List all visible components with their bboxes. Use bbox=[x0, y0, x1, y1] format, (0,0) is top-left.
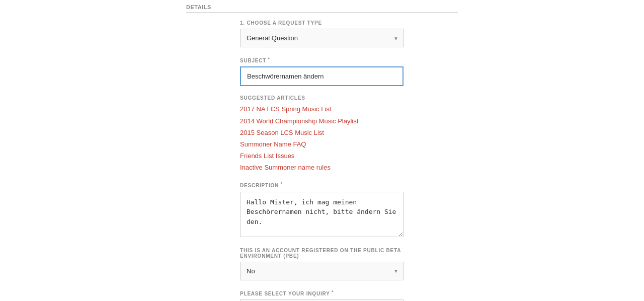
form-container: 1. CHOOSE A REQUEST TYPE General Questio… bbox=[240, 20, 404, 301]
inquiry-section: PLEASE SELECT YOUR INQUIRY * Other Name … bbox=[240, 289, 404, 301]
subject-label: SUBJECT * bbox=[240, 56, 404, 63]
pbe-select[interactable]: No Yes bbox=[240, 262, 404, 280]
description-textarea[interactable]: Hallo Mister, ich mag meinen Beschörerna… bbox=[240, 192, 404, 237]
details-tab[interactable]: DETAILS bbox=[186, 4, 211, 10]
divider-line bbox=[186, 12, 458, 13]
description-section: DESCRIPTION * Hallo Mister, ich mag mein… bbox=[240, 181, 404, 238]
article-link-2[interactable]: 2014 World Championship Music Playlist bbox=[240, 117, 404, 126]
pbe-label: THIS IS AN ACCOUNT REGISTERED ON THE PUB… bbox=[240, 248, 404, 259]
subject-section: SUBJECT * bbox=[240, 56, 404, 86]
inquiry-required-star: * bbox=[330, 289, 334, 294]
article-link-5[interactable]: Friends List Issues bbox=[240, 152, 404, 161]
article-link-6[interactable]: Inactive Summoner name rules bbox=[240, 163, 404, 172]
page-container: DETAILS 1. CHOOSE A REQUEST TYPE General… bbox=[0, 0, 644, 301]
pbe-wrapper: No Yes ▼ bbox=[240, 262, 404, 280]
inquiry-label: PLEASE SELECT YOUR INQUIRY * bbox=[240, 289, 404, 296]
request-type-select[interactable]: General Question Account Issues Technica… bbox=[240, 29, 404, 47]
subject-required-star: * bbox=[266, 56, 270, 61]
article-link-4[interactable]: Summoner Name FAQ bbox=[240, 140, 404, 149]
article-link-3[interactable]: 2015 Season LCS Music List bbox=[240, 128, 404, 137]
request-type-wrapper: General Question Account Issues Technica… bbox=[240, 29, 404, 47]
description-label: DESCRIPTION * bbox=[240, 181, 404, 188]
article-link-1[interactable]: 2017 NA LCS Spring Music List bbox=[240, 105, 404, 114]
request-type-label: 1. CHOOSE A REQUEST TYPE bbox=[240, 20, 404, 26]
description-required-star: * bbox=[279, 181, 283, 186]
pbe-section: THIS IS AN ACCOUNT REGISTERED ON THE PUB… bbox=[240, 248, 404, 280]
suggested-articles-label: SUGGESTED ARTICLES bbox=[240, 95, 404, 101]
suggested-articles-section: SUGGESTED ARTICLES 2017 NA LCS Spring Mu… bbox=[240, 95, 404, 172]
request-type-section: 1. CHOOSE A REQUEST TYPE General Questio… bbox=[240, 20, 404, 47]
subject-input[interactable] bbox=[240, 66, 404, 86]
